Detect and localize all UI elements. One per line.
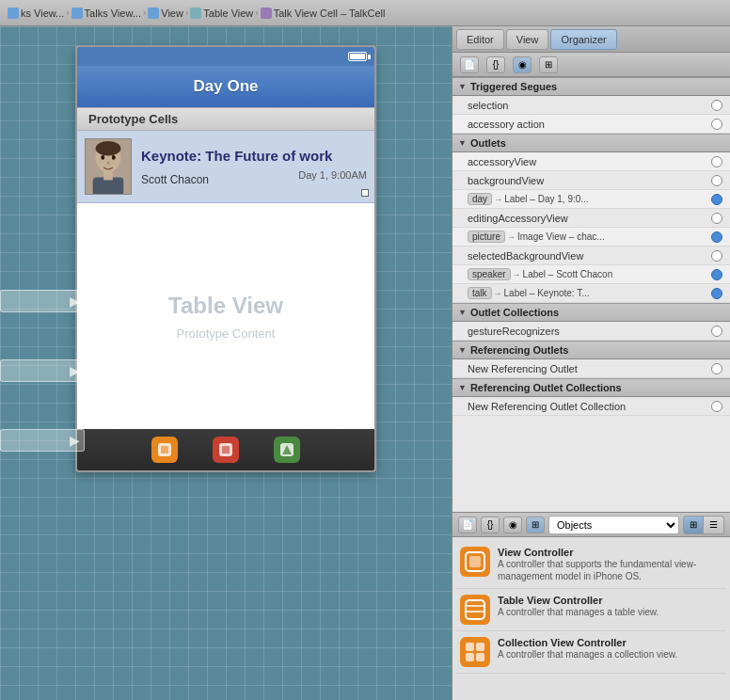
tag-container: speaker → Label – Scott Chacon: [468, 268, 707, 280]
breadcrumb-label: Talks View...: [85, 8, 141, 19]
section-header: Prototype Cells: [77, 107, 374, 131]
device-mockup: Day One Prototype Cells: [75, 45, 376, 472]
tab-editor[interactable]: Editor: [456, 29, 504, 50]
obj-desc: A controller that manages a table view.: [498, 606, 659, 618]
obj-info-viewcontroller: View Controller A controller that suppor…: [498, 547, 722, 582]
bottom-icon-3[interactable]: ◉: [503, 517, 522, 533]
arrow-guide-2: [0, 359, 85, 382]
svg-rect-15: [469, 556, 481, 567]
view-icon: [148, 8, 159, 19]
conn-value-day: Label – Day 1, 9:0...: [504, 194, 589, 204]
breadcrumb-item[interactable]: View: [148, 8, 183, 19]
svg-point-3: [101, 155, 104, 160]
conn-circle[interactable]: [711, 175, 722, 186]
battery-bar: [350, 54, 365, 59]
conn-circle[interactable]: [711, 401, 722, 412]
tag-container: talk → Label – Keynote: T...: [468, 287, 707, 299]
tab-organizer[interactable]: Organizer: [550, 29, 616, 50]
conn-row-backgroundview: backgroundView: [452, 171, 730, 190]
obj-icon-viewcontroller: [460, 547, 490, 577]
toolbar-icon-2[interactable]: [213, 437, 239, 463]
battery-icon: [348, 52, 367, 61]
section-triggered-segues[interactable]: ▼ Triggered Segues: [452, 77, 730, 96]
conn-label: gestureRecognizers: [468, 326, 560, 337]
arrow-guide-1: [0, 290, 85, 312]
object-item-tablecontroller[interactable]: Table View Controller A controller that …: [456, 589, 726, 631]
top-bar: ks View... › Talks View... › View › Tabl…: [0, 0, 730, 26]
bottom-icon-1[interactable]: 📄: [458, 517, 477, 533]
list-view-btn[interactable]: ☰: [704, 516, 724, 534]
tag-container: picture → Image View – chac...: [468, 231, 707, 243]
breadcrumb-label: Table View: [203, 8, 253, 19]
conn-tag-picture[interactable]: picture: [468, 231, 505, 243]
placeholder-label: Table View: [168, 293, 283, 319]
section-outlet-collections[interactable]: ▼ Outlet Collections: [452, 303, 730, 322]
conn-circle[interactable]: [711, 363, 722, 374]
conn-circle-filled[interactable]: [711, 231, 722, 243]
section-referencing-outlet-collections[interactable]: ▼ Referencing Outlet Collections: [452, 378, 730, 397]
cell-handle: [361, 189, 369, 197]
conn-tag-day[interactable]: day: [468, 193, 492, 205]
conn-circle-filled[interactable]: [711, 269, 722, 280]
conn-row-gesture: gestureRecognizers: [452, 322, 730, 341]
breadcrumb-item[interactable]: Talks View...: [71, 8, 141, 19]
conn-label: selectedBackgroundView: [468, 250, 583, 262]
svg-point-2: [96, 141, 121, 155]
breadcrumb-item[interactable]: Talk View Cell – TalkCell: [261, 8, 386, 19]
breadcrumb-sep: ›: [255, 8, 258, 18]
section-arrow: ▼: [458, 82, 467, 91]
conn-circle[interactable]: [711, 326, 722, 337]
conn-row-day: day → Label – Day 1, 9:0...: [452, 190, 730, 209]
cell-icon: [261, 8, 272, 19]
breadcrumb-item[interactable]: ks View...: [8, 8, 64, 19]
obj-name: Collection View Controller: [498, 637, 677, 648]
nav-bar: Day One: [77, 66, 374, 107]
table-icon: [190, 8, 201, 19]
conn-tag-talk[interactable]: talk: [468, 287, 492, 299]
section-arrow: ▼: [458, 308, 467, 317]
connection-icon[interactable]: ◉: [513, 56, 532, 73]
grid-icon[interactable]: ⊞: [539, 56, 558, 73]
section-arrow: ▼: [458, 383, 467, 392]
object-item-collectioncontroller[interactable]: Collection View Controller A controller …: [456, 631, 726, 674]
toolbar-icon-3[interactable]: [274, 437, 300, 463]
svg-point-4: [112, 155, 116, 160]
objects-select[interactable]: Objects: [548, 516, 679, 534]
breadcrumb-label: View: [161, 8, 183, 19]
conn-circle[interactable]: [711, 119, 722, 130]
section-referencing-outlets[interactable]: ▼ Referencing Outlets: [452, 341, 730, 359]
device-toolbar: [77, 429, 374, 470]
breadcrumb-item[interactable]: Table View: [190, 8, 253, 19]
section-outlets[interactable]: ▼ Outlets: [452, 134, 730, 152]
conn-label: accessoryView: [468, 156, 543, 167]
conn-circle[interactable]: [711, 156, 722, 167]
table-cell[interactable]: Keynote: The Future of work Scott Chacon…: [77, 131, 374, 203]
toolbar-icon-1[interactable]: [151, 437, 178, 463]
conn-row-selection: selection: [452, 96, 730, 115]
tab-view[interactable]: View: [506, 29, 549, 50]
canvas-area: Day One Prototype Cells: [0, 26, 452, 700]
object-item-viewcontroller[interactable]: View Controller A controller that suppor…: [456, 541, 726, 589]
conn-circle[interactable]: [711, 100, 722, 111]
conn-circle[interactable]: [711, 213, 722, 224]
inspector-icons: 📄 {} ◉ ⊞: [452, 53, 730, 77]
obj-info-collectioncontroller: Collection View Controller A controller …: [498, 637, 677, 660]
file-icon[interactable]: 📄: [460, 56, 479, 73]
conn-circle[interactable]: [711, 250, 722, 262]
obj-name: View Controller: [498, 547, 722, 558]
view-icon: [71, 8, 83, 19]
cell-subtitle: Scott Chacon: [141, 173, 209, 186]
conn-circle-filled[interactable]: [711, 288, 722, 299]
bottom-icon-4[interactable]: ⊞: [526, 517, 545, 533]
breadcrumb-sep: ›: [143, 8, 146, 18]
section-title: Outlet Collections: [470, 307, 559, 318]
conn-circle-filled[interactable]: [711, 194, 722, 205]
grid-view-btn[interactable]: ⊞: [683, 516, 704, 534]
obj-desc: A controller that supports the fundament…: [498, 558, 722, 582]
main-layout: Day One Prototype Cells: [0, 26, 730, 700]
connections-list: ▼ Triggered Segues selection accessory a…: [452, 77, 730, 512]
bottom-icon-2[interactable]: {}: [481, 517, 500, 533]
code-icon[interactable]: {}: [486, 56, 505, 73]
cell-content: Keynote: The Future of work Scott Chacon…: [141, 147, 367, 186]
conn-tag-speaker[interactable]: speaker: [468, 268, 511, 280]
